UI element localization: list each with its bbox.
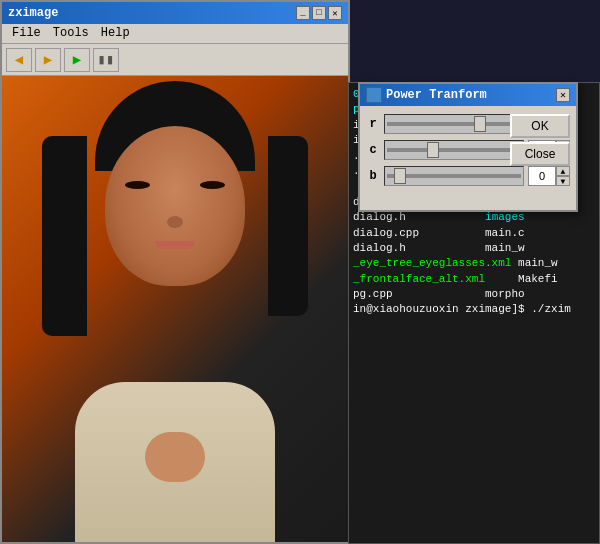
term-line-12: _eye_tree_eyeglasses.xml main_w: [353, 256, 595, 271]
term-text-green: _eye_tree_eyeglasses.xml: [353, 256, 511, 271]
person-figure: [22, 76, 328, 542]
image-area: [2, 76, 348, 542]
term-text-green: _frontalface_alt.xml: [353, 272, 485, 287]
slider-thumb-c[interactable]: [427, 142, 439, 158]
spin-up-b[interactable]: ▲: [556, 166, 570, 176]
main-title-bar: zximage _ □ ✕: [2, 2, 348, 24]
spin-wrapper-b: ▲ ▼: [528, 166, 570, 186]
nose: [167, 216, 183, 228]
toolbar: ◀ ▶ ▶ ▮▮: [2, 44, 348, 76]
ok-button[interactable]: OK: [510, 114, 570, 138]
hair-left: [42, 136, 87, 336]
spin-arrows-b: ▲ ▼: [556, 166, 570, 186]
photo-display: [2, 76, 348, 542]
term-line-10: dialog.cpp main.c: [353, 226, 595, 241]
slider-track-c: [387, 148, 521, 152]
row-label-r: r: [366, 117, 380, 131]
menu-file[interactable]: File: [6, 26, 47, 41]
term-line-9: dialog.h images: [353, 210, 595, 225]
dialog-title-bar: Power Tranform ✕: [360, 84, 576, 106]
pause-button[interactable]: ▮▮: [93, 48, 119, 72]
menu-help[interactable]: Help: [95, 26, 136, 41]
minimize-button[interactable]: _: [296, 6, 310, 20]
term-text: Makefi: [485, 272, 558, 287]
term-line-14: pg.cpp morpho: [353, 287, 595, 302]
dialog-icon: [366, 87, 382, 103]
left-eye: [125, 181, 150, 189]
mouth: [155, 241, 195, 249]
right-eye: [200, 181, 225, 189]
term-text: images: [485, 210, 525, 225]
term-line-13: _frontalface_alt.xml Makefi: [353, 272, 595, 287]
slider-b[interactable]: [384, 166, 524, 186]
play-button[interactable]: ▶: [64, 48, 90, 72]
power-transform-dialog: Power Tranform ✕ r ▲ ▼ c: [358, 82, 578, 212]
close-button[interactable]: ✕: [328, 6, 342, 20]
back-button[interactable]: ◀: [6, 48, 32, 72]
term-line-11: dialog.h main_w: [353, 241, 595, 256]
close-dialog-button[interactable]: Close: [510, 142, 570, 166]
face: [105, 126, 245, 286]
menu-bar: File Tools Help: [2, 24, 348, 44]
dialog-buttons: OK Close: [510, 114, 570, 166]
dialog-title-content: Power Tranform: [366, 87, 487, 103]
term-text: in@xiaohouzuoxin zximage]$ ./zxim: [353, 302, 571, 317]
slider-thumb-b[interactable]: [394, 168, 406, 184]
row-label-c: c: [366, 143, 380, 157]
term-text: dialog.h: [353, 210, 485, 225]
term-text: dialog.cpp main.c: [353, 226, 525, 241]
row-label-b: b: [366, 169, 380, 183]
hair-right: [268, 136, 308, 316]
dialog-title: Power Tranform: [386, 88, 487, 102]
spin-down-b[interactable]: ▼: [556, 176, 570, 186]
main-window-title: zximage: [8, 6, 58, 20]
dialog-close-button[interactable]: ✕: [556, 88, 570, 102]
slider-track-b: [387, 174, 521, 178]
slider-thumb-r[interactable]: [474, 116, 486, 132]
slider-c[interactable]: [384, 140, 524, 160]
maximize-button[interactable]: □: [312, 6, 326, 20]
dialog-row-b: b ▲ ▼: [366, 166, 570, 186]
menu-tools[interactable]: Tools: [47, 26, 95, 41]
main-window: zximage _ □ ✕ File Tools Help ◀ ▶ ▶ ▮▮: [0, 0, 350, 544]
term-text: dialog.h main_w: [353, 241, 525, 256]
term-text: main_w: [511, 256, 557, 271]
forward-button[interactable]: ▶: [35, 48, 61, 72]
spin-input-b[interactable]: [528, 166, 556, 186]
slider-r[interactable]: [384, 114, 524, 134]
hands: [145, 432, 205, 482]
title-bar-controls: _ □ ✕: [296, 6, 342, 20]
slider-track-r: [387, 122, 521, 126]
term-text: pg.cpp morpho: [353, 287, 525, 302]
term-line-15: in@xiaohouzuoxin zximage]$ ./zxim: [353, 302, 595, 317]
